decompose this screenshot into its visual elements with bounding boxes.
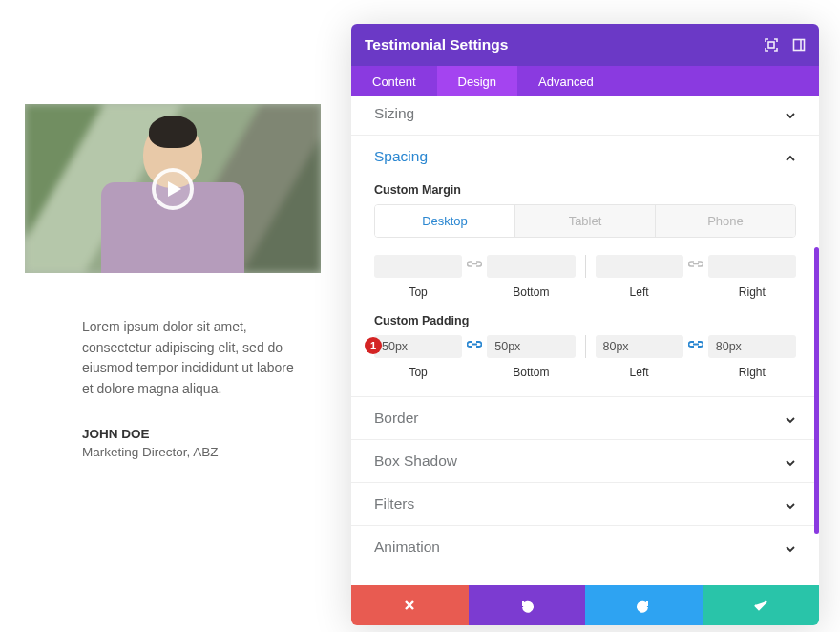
testimonial-photo <box>25 104 321 273</box>
padding-top-input[interactable] <box>374 335 462 358</box>
label-bottom: Bottom <box>513 366 549 379</box>
margin-right-input[interactable] <box>708 255 796 278</box>
section-filters[interactable]: Filters <box>351 482 819 525</box>
chevron-down-icon <box>785 455 796 467</box>
margin-bottom-input[interactable] <box>487 255 575 278</box>
label-left: Left <box>630 366 649 379</box>
custom-padding-label: Custom Padding <box>374 314 796 327</box>
section-title-box-shadow: Box Shadow <box>374 453 457 470</box>
device-tabs: Desktop Tablet Phone <box>374 204 796 238</box>
link-icon[interactable] <box>464 255 485 278</box>
panel-body: Sizing Spacing Custom Margin Desktop Tab… <box>351 96 819 585</box>
margin-top-input[interactable] <box>374 255 462 278</box>
testimonial-preview: Lorem ipsum dolor sit amet, consectetur … <box>25 104 321 459</box>
device-tab-desktop[interactable]: Desktop <box>375 205 514 237</box>
settings-panel: Testimonial Settings Content Design Adva… <box>351 24 819 625</box>
undo-button[interactable] <box>469 585 586 625</box>
label-top: Top <box>409 285 427 299</box>
step-badge: 1 <box>365 337 382 354</box>
tab-content[interactable]: Content <box>351 66 437 96</box>
play-button[interactable] <box>152 168 194 210</box>
section-title-sizing: Sizing <box>374 105 414 122</box>
testimonial-role: Marketing Director, ABZ <box>25 441 321 459</box>
section-animation[interactable]: Animation <box>351 525 819 568</box>
device-tab-phone[interactable]: Phone <box>655 205 795 237</box>
chevron-down-icon <box>785 498 796 510</box>
chevron-down-icon <box>785 541 796 553</box>
section-title-filters: Filters <box>374 495 414 513</box>
link-icon[interactable] <box>685 335 706 358</box>
panel-footer <box>351 585 819 625</box>
expand-icon[interactable] <box>764 38 778 53</box>
section-spacing[interactable]: Spacing <box>351 135 819 178</box>
custom-margin-label: Custom Margin <box>374 183 796 197</box>
margin-row: Top Bottom Left <box>374 255 796 299</box>
label-bottom: Bottom <box>513 285 549 299</box>
panel-tabs: Content Design Advanced <box>351 66 819 96</box>
svg-rect-2 <box>793 40 804 51</box>
section-title-animation: Animation <box>374 538 440 556</box>
chevron-down-icon <box>785 412 796 424</box>
testimonial-author: JOHN DOE <box>25 400 321 441</box>
section-box-shadow[interactable]: Box Shadow <box>351 439 819 482</box>
redo-button[interactable] <box>585 585 703 625</box>
cancel-button[interactable] <box>351 585 469 625</box>
panel-header[interactable]: Testimonial Settings <box>351 24 819 66</box>
chevron-down-icon <box>785 108 796 119</box>
padding-bottom-input[interactable] <box>487 335 575 358</box>
device-tab-tablet[interactable]: Tablet <box>514 205 655 237</box>
spacing-controls: Custom Margin Desktop Tablet Phone Top B… <box>351 183 819 396</box>
padding-right-input[interactable] <box>708 335 796 358</box>
link-icon[interactable] <box>464 335 485 358</box>
label-left: Left <box>630 285 649 299</box>
section-title-spacing: Spacing <box>374 148 428 165</box>
save-button[interactable] <box>703 585 820 625</box>
testimonial-body: Lorem ipsum dolor sit amet, consectetur … <box>25 273 321 400</box>
chevron-up-icon <box>785 151 796 162</box>
label-right: Right <box>739 366 766 379</box>
padding-row: 1 Top Bottom Left <box>374 335 796 379</box>
padding-left-input[interactable] <box>596 335 683 358</box>
label-right: Right <box>739 285 766 299</box>
tab-design[interactable]: Design <box>437 66 517 96</box>
tab-advanced[interactable]: Advanced <box>517 66 615 96</box>
section-border[interactable]: Border <box>351 396 819 439</box>
section-title-border: Border <box>374 410 419 427</box>
svg-rect-1 <box>768 42 774 48</box>
link-icon[interactable] <box>685 255 706 278</box>
svg-marker-0 <box>168 181 181 197</box>
label-top: Top <box>409 366 427 379</box>
margin-left-input[interactable] <box>596 255 683 278</box>
scrollbar[interactable] <box>814 247 819 534</box>
panel-title: Testimonial Settings <box>365 36 508 53</box>
section-sizing[interactable]: Sizing <box>351 96 819 135</box>
snap-icon[interactable] <box>791 38 806 53</box>
